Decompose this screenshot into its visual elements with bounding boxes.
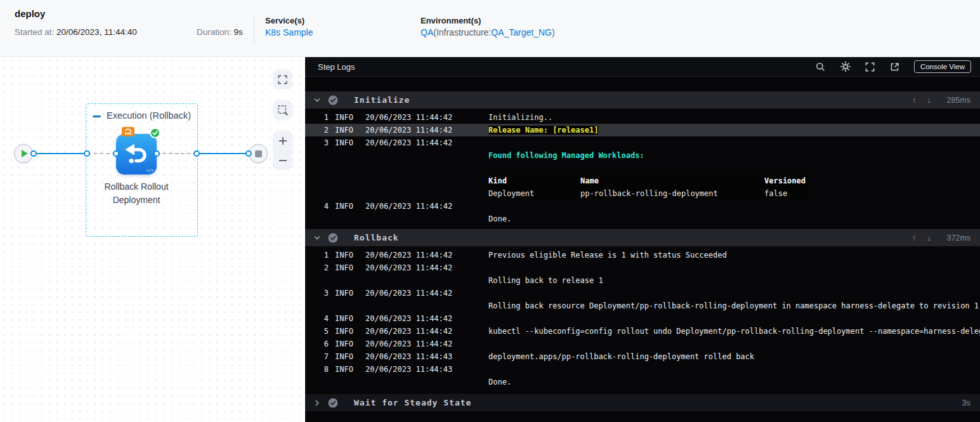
scroll-to-bottom-button[interactable]: ↓ [927,95,932,105]
table-cell: false [764,187,809,200]
edge-start-to-stage [34,153,87,154]
zoom-in-icon [277,135,289,147]
duration-value: 9s [234,27,243,37]
scroll-to-top-button[interactable]: ↑ [912,233,917,242]
fullscreen-icon [865,62,875,72]
environment-link[interactable]: QA [421,27,433,37]
execution-header: deploy Started at: 20/06/2023, 11:44:40 … [0,0,980,57]
log-panel-title: Step Logs [318,62,355,72]
log-sections: Initialize↑↓285ms1INFO20/06/2023 11:44:4… [305,77,980,411]
log-message [488,136,980,149]
chevron-down-icon[interactable] [313,96,321,104]
line-number [305,300,329,312]
log-section-header[interactable]: Rollback↑↓372ms [305,229,980,246]
duration: Duration: 9s [197,27,243,37]
log-message [488,162,980,175]
log-message: KindNameVersioned [488,175,980,187]
zoom-out-button[interactable] [273,152,292,169]
infrastructure-link[interactable]: QA_Target_NG [491,27,552,37]
services-label: Service(s) [265,16,304,25]
log-message [488,312,980,325]
log-row: Done. [305,376,980,388]
log-timestamp [365,376,488,388]
log-message: deployment.apps/pp-rollback-rolling-depl… [488,350,980,363]
section-duration: 372ms [943,234,970,242]
log-message: Done. [488,213,980,225]
zoom-in-button[interactable] [273,132,292,150]
log-timestamp: 20/06/2023 11:44:43 [365,363,488,376]
table-cell: pp-rollback-rolling-deployment [580,187,764,200]
service-link[interactable]: K8s Sample [265,27,313,37]
line-number: 4 [305,312,329,325]
open-in-new-tab-button[interactable] [889,61,901,72]
section-title: Wait for Steady State [354,398,471,407]
header-divider [254,16,254,43]
log-row: 4INFO20/06/2023 11:44:42 [305,312,980,325]
section-title: Rollback [354,233,399,242]
chevron-right-icon[interactable] [313,399,321,407]
log-level: INFO [335,249,359,261]
line-number: 1 [305,249,329,261]
connector-dot [154,150,160,157]
scroll-to-bottom-button[interactable]: ↓ [927,233,932,242]
log-text: Done. [488,214,511,223]
infrastructure-close: ) [552,27,555,37]
log-section-body: 1INFO20/06/2023 11:44:42Initializing..2I… [305,109,980,229]
log-fullscreen-button[interactable] [865,61,876,72]
console-view-button[interactable]: Console View [914,60,971,73]
fit-view-button[interactable] [273,70,292,89]
table-header-cell: Versioned [764,175,809,187]
log-row: 1INFO20/06/2023 11:44:42Previous eligibl… [305,249,980,261]
stop-icon [255,150,262,157]
log-row: 3INFO20/06/2023 11:44:42 [305,287,980,300]
play-icon [22,150,28,157]
infrastructure-prefix: (Infrastructure: [433,27,491,37]
log-timestamp: 20/06/2023 11:44:43 [365,350,488,363]
log-topbar: Step Logs [305,57,980,77]
step-label[interactable]: Rollback Rollout Deployment [95,180,178,207]
log-text: kubectl --kubeconfig=config rollout undo… [488,327,980,336]
log-row: Found following Managed Workloads: [305,149,980,162]
log-timestamp [365,162,488,175]
log-section-body: 1INFO20/06/2023 11:44:42Previous eligibl… [305,246,980,392]
stage-label-row: Execution (Rollback) [86,110,198,121]
step-success-icon [150,128,160,138]
line-number [305,175,329,187]
connector-dot [245,150,252,157]
log-text: Initializing.. [488,113,552,122]
log-text: Rolling back to release 1 [488,276,603,285]
line-number: 3 [305,136,329,149]
chevron-down-icon[interactable] [313,234,321,242]
environment-value: QA(Infrastructure:QA_Target_NG) [421,27,555,37]
log-level: INFO [335,363,359,376]
section-title: Initialize [354,95,410,105]
log-timestamp: 20/06/2023 11:44:42 [365,249,488,261]
log-message: Release Name: [release1] [488,124,980,136]
log-level: INFO [335,312,359,325]
log-timestamp: 20/06/2023 11:44:42 [365,200,488,213]
pipeline-canvas[interactable]: Execution (Rollback) </> Rol [0,57,305,422]
log-section-header[interactable]: Initialize↑↓285ms [305,91,980,109]
log-message: Deploymentpp-rollback-rolling-deployment… [488,187,980,200]
log-row: 1INFO20/06/2023 11:44:42Initializing.. [305,111,980,124]
log-section-header[interactable]: Wait for Steady State3s [305,394,980,411]
step-node-rollback-rollout-deployment[interactable]: </> [116,134,157,175]
page-title: deploy [15,8,45,19]
edge-stage-to-end [197,153,249,154]
collapse-stage-icon[interactable] [93,115,101,117]
line-number: 4 [305,200,329,213]
open-in-new-icon [889,62,900,72]
log-row: 7INFO20/06/2023 11:44:43deployment.apps/… [305,350,980,363]
scroll-to-top-button[interactable]: ↑ [912,95,917,105]
log-level: INFO [335,325,359,338]
connector-dot [193,150,200,157]
stage-label[interactable]: Execution (Rollback) [107,110,191,121]
workloads-table-row: Deploymentpp-rollback-rolling-deployment… [488,187,809,200]
section-status-success-icon [328,95,338,105]
marquee-select-button[interactable] [273,100,292,120]
log-row: 5INFO20/06/2023 11:44:42kubectl --kubeco… [305,325,980,338]
log-settings-button[interactable] [840,61,851,72]
search-button[interactable] [815,61,826,72]
line-number [305,274,329,287]
line-number [305,162,329,175]
